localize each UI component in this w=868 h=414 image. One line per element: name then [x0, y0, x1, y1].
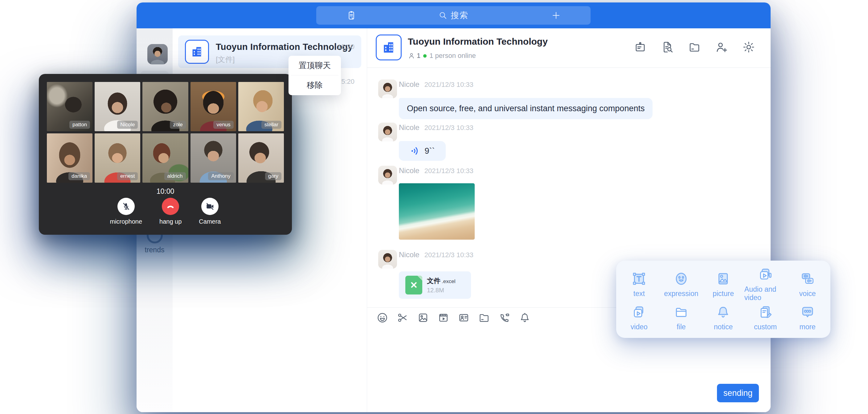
announcement-icon[interactable] [634, 41, 647, 54]
panel-item-audio-video[interactable]: Audio and video [744, 267, 786, 302]
conversation-time: 15:20 [338, 43, 354, 51]
file-size: 12.8M [427, 287, 444, 294]
search-history-icon[interactable] [661, 41, 674, 54]
text-icon [631, 271, 647, 286]
beach-photo[interactable] [399, 183, 475, 240]
menu-item-remove[interactable]: 移除 [288, 75, 341, 95]
screenshot-icon[interactable] [397, 312, 409, 324]
text-bubble[interactable]: Open source, free, and universal instant… [399, 98, 653, 119]
panel-item-expression[interactable]: expression [660, 267, 703, 302]
more-icon [800, 304, 815, 320]
panel-label: picture [713, 290, 734, 298]
camera-off-icon [205, 201, 215, 211]
panel-item-custom[interactable]: custom [744, 302, 786, 333]
search-bar[interactable]: 搜索 [316, 6, 591, 25]
video-tile[interactable]: stellar [238, 82, 284, 131]
plus-icon[interactable] [551, 10, 561, 20]
conversation-preview: [文件] [216, 55, 235, 64]
folder-icon[interactable] [688, 41, 701, 54]
add-member-icon[interactable] [715, 41, 728, 54]
avatar[interactable] [378, 123, 397, 141]
file-ext: .excel [442, 279, 455, 284]
panel-item-video[interactable]: video [618, 302, 660, 333]
file-name: 文件 [427, 277, 440, 285]
panel-item-text[interactable]: text [618, 267, 660, 302]
panel-label: text [633, 290, 645, 298]
video-tile[interactable]: aldrich [143, 133, 188, 183]
send-button[interactable]: sending [717, 384, 759, 402]
screenshot-stage: 搜索 trends Tuoyun Information Technology … [0, 0, 868, 414]
video-tile[interactable]: danika [47, 133, 92, 183]
panel-label: video [631, 323, 648, 331]
hangup-control: hang up [159, 198, 182, 225]
search-placeholder: 搜索 [451, 10, 468, 21]
video-tile[interactable]: zole [143, 82, 188, 131]
panel-label: notice [714, 323, 733, 331]
search-icon [438, 11, 447, 20]
avatar[interactable] [378, 79, 397, 98]
conversation-title: Tuoyun Information Technology [216, 42, 353, 52]
video-tile[interactable]: patton [47, 82, 92, 131]
video-call-window: patton Nicole zole venus stellar danika … [39, 74, 292, 235]
call-icon[interactable] [498, 312, 510, 324]
panel-label: custom [754, 323, 777, 331]
hangup-label: hang up [159, 218, 182, 225]
participant-name: Nicole [117, 121, 138, 129]
message-time: 2021/12/3 10:33 [425, 124, 473, 131]
message-time: 2021/12/3 10:33 [425, 167, 473, 174]
panel-item-file[interactable]: file [660, 302, 703, 333]
participant-name: stellar [261, 121, 281, 129]
sender-name: Nicole [399, 80, 420, 88]
avatar[interactable] [378, 250, 397, 268]
message-text: Nicole2021/12/3 10:33 Open source, free,… [378, 79, 656, 123]
video-icon[interactable] [437, 312, 450, 324]
voice-icon [800, 271, 815, 286]
member-icon [408, 52, 415, 59]
menu-item-pin[interactable]: 置顶聊天 [288, 56, 341, 75]
panel-label: Audio and video [744, 285, 786, 302]
building-icon [190, 45, 204, 59]
my-avatar[interactable] [147, 44, 168, 64]
chat-panel: Tuoyun Information Technology 1 1 person… [367, 28, 771, 412]
chat-subtitle: 1 1 person online [408, 52, 476, 60]
microphone-control: microphone [110, 198, 143, 225]
microphone-label: microphone [110, 218, 143, 225]
microphone-off-icon [121, 201, 131, 211]
participant-name: patton [69, 121, 90, 129]
image-icon[interactable] [417, 312, 429, 324]
voice-bubble[interactable]: 9`` [399, 141, 446, 161]
panel-item-notice[interactable]: notice [702, 302, 744, 333]
online-status: 1 person online [429, 52, 475, 60]
message-image: Nicole2021/12/3 10:33 [378, 166, 501, 246]
settings-icon[interactable] [742, 41, 755, 54]
hang-up-button[interactable] [162, 198, 179, 215]
file-bubble[interactable]: ✕ 文件.excel 12.8M [399, 272, 471, 299]
notification-icon[interactable] [519, 312, 531, 324]
video-tile[interactable]: Anthony [190, 133, 236, 183]
avatar[interactable] [378, 166, 397, 185]
group-avatar [185, 40, 209, 64]
video-tile[interactable]: Nicole [95, 82, 140, 131]
picture-icon [715, 271, 731, 286]
call-timer: 10:00 [39, 187, 292, 196]
panel-item-voice[interactable]: voice [786, 267, 829, 302]
sender-name: Nicole [399, 166, 420, 174]
contact-card-icon[interactable] [458, 312, 470, 324]
search-field[interactable]: 搜索 [316, 10, 591, 21]
video-tile[interactable]: ernest [95, 133, 140, 183]
video-tile[interactable]: venus [190, 82, 236, 131]
panel-item-picture[interactable]: picture [702, 267, 744, 302]
emoji-icon[interactable] [376, 312, 389, 324]
camera-control: Camera [199, 198, 221, 225]
panel-label: more [799, 323, 815, 331]
panel-label: expression [664, 290, 698, 298]
panel-item-more[interactable]: more [786, 302, 829, 333]
microphone-off-button[interactable] [118, 198, 135, 215]
camera-off-button[interactable] [201, 198, 219, 215]
message-time: 2021/12/3 10:33 [425, 251, 473, 259]
video-tile[interactable]: gary [238, 133, 284, 183]
participant-name: danika [68, 172, 90, 180]
notice-icon [715, 304, 731, 320]
file-icon[interactable] [478, 312, 490, 324]
expression-icon [674, 271, 689, 286]
